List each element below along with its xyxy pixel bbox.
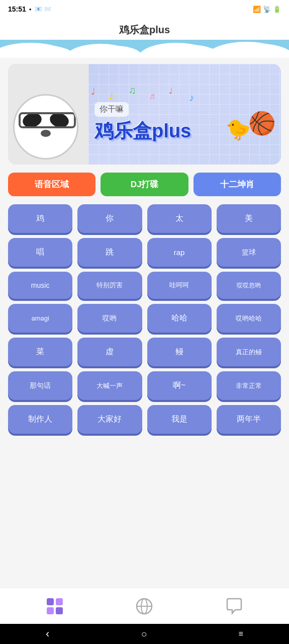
svg-rect-16 bbox=[56, 607, 63, 614]
status-icons: 📧 📨 bbox=[35, 6, 51, 13]
svg-rect-15 bbox=[47, 607, 54, 614]
sound-btn-20[interactable]: 那句话 bbox=[8, 371, 72, 400]
status-right-icons: 📶 📡 🔋 bbox=[253, 6, 281, 13]
status-dot: ● bbox=[29, 7, 32, 12]
banner-text-area: ♩ ♪ ♫ ♬ ♩ ♪ 你干嘛 鸡乐盒plus 🐤 🏀 bbox=[88, 82, 281, 147]
android-nav-bar: ‹ ○ ≡ bbox=[0, 624, 289, 644]
note-3: ♫ bbox=[129, 85, 136, 96]
panda-glasses bbox=[19, 112, 76, 128]
sound-btn-25[interactable]: 大家好 bbox=[77, 405, 142, 434]
sound-btn-2[interactable]: 太 bbox=[147, 204, 212, 233]
sound-buttons-grid: 鸡 你 太 美 唱 跳 rap 篮球 music 特别厉害 哇呵呵 哎哎忽哟 a… bbox=[8, 204, 281, 434]
banner-chick-icon: 🐤 bbox=[226, 118, 251, 141]
sound-btn-18[interactable]: 鳗 bbox=[147, 338, 212, 366]
sound-btn-16[interactable]: 菜 bbox=[8, 338, 72, 366]
sound-btn-9[interactable]: 特别厉害 bbox=[77, 272, 142, 299]
sound-btn-23[interactable]: 非常正常 bbox=[217, 371, 281, 400]
sound-btn-21[interactable]: 大喊一声 bbox=[77, 371, 142, 400]
svg-rect-14 bbox=[56, 598, 63, 605]
note-6: ♪ bbox=[189, 92, 194, 104]
status-time-area: 15:51 ● 📧 📨 bbox=[8, 5, 51, 13]
sound-btn-24[interactable]: 制作人 bbox=[8, 405, 72, 434]
sound-btn-6[interactable]: rap bbox=[147, 238, 212, 267]
category-buttons: 语音区域 DJ打碟 十二坤肖 bbox=[8, 173, 281, 196]
sound-btn-7[interactable]: 篮球 bbox=[217, 238, 281, 267]
svg-rect-13 bbox=[47, 598, 54, 605]
cloud-decoration bbox=[0, 40, 289, 58]
main-content: ♩ ♪ ♫ ♬ ♩ ♪ 你干嘛 鸡乐盒plus 🐤 🏀 语音区域 DJ打碟 十二… bbox=[0, 58, 289, 644]
signal-icon: 📶 bbox=[253, 6, 261, 13]
sound-btn-19[interactable]: 真正的鳗 bbox=[217, 338, 281, 366]
panda-face bbox=[13, 94, 78, 159]
sound-btn-13[interactable]: 哎哟 bbox=[77, 304, 142, 333]
zodiac-button[interactable]: 十二坤肖 bbox=[194, 173, 281, 196]
sound-btn-4[interactable]: 唱 bbox=[8, 238, 72, 267]
dj-button[interactable]: DJ打碟 bbox=[101, 173, 188, 196]
app-title: 鸡乐盒plus bbox=[119, 24, 170, 35]
sound-btn-0[interactable]: 鸡 bbox=[8, 204, 72, 233]
android-home-btn[interactable]: ○ bbox=[131, 626, 157, 642]
time-display: 15:51 bbox=[8, 5, 26, 13]
bottom-nav bbox=[0, 588, 289, 624]
banner-panda bbox=[8, 64, 88, 165]
discover-nav-icon bbox=[135, 597, 153, 615]
android-back-btn[interactable]: ‹ bbox=[36, 625, 59, 642]
sound-btn-11[interactable]: 哎哎忽哟 bbox=[217, 272, 281, 299]
sound-btn-27[interactable]: 两年半 bbox=[217, 405, 281, 434]
banner-basketball-icon: 🏀 bbox=[248, 110, 276, 136]
sound-btn-5[interactable]: 跳 bbox=[77, 238, 142, 267]
banner-subtitle: 你干嘛 bbox=[100, 105, 124, 113]
panda-nose bbox=[41, 130, 51, 137]
wifi-icon: 📡 bbox=[263, 6, 271, 13]
sound-btn-1[interactable]: 你 bbox=[77, 204, 142, 233]
nav-home[interactable] bbox=[36, 593, 74, 619]
home-nav-icon bbox=[46, 597, 64, 615]
clouds-svg bbox=[0, 40, 289, 58]
sound-btn-26[interactable]: 我是 bbox=[147, 405, 212, 434]
battery-icon: 🔋 bbox=[273, 6, 281, 13]
note-5: ♩ bbox=[169, 86, 173, 96]
message-nav-icon bbox=[225, 597, 243, 615]
note-4: ♬ bbox=[149, 91, 156, 102]
sound-btn-17[interactable]: 虚 bbox=[77, 338, 142, 366]
nav-discover[interactable] bbox=[125, 593, 163, 619]
sound-btn-22[interactable]: 啊~ bbox=[147, 371, 212, 400]
android-menu-btn[interactable]: ≡ bbox=[229, 627, 253, 640]
sound-btn-14[interactable]: 哈哈 bbox=[147, 304, 212, 333]
sound-btn-15[interactable]: 哎哟哈哈 bbox=[217, 304, 281, 333]
note-1: ♩ bbox=[91, 86, 95, 97]
sound-btn-10[interactable]: 哇呵呵 bbox=[147, 272, 212, 299]
sound-btn-3[interactable]: 美 bbox=[217, 204, 281, 233]
sound-btn-12[interactable]: amagi bbox=[8, 304, 72, 333]
nav-message[interactable] bbox=[215, 593, 253, 619]
banner: ♩ ♪ ♫ ♬ ♩ ♪ 你干嘛 鸡乐盒plus 🐤 🏀 bbox=[8, 64, 281, 165]
note-2: ♪ bbox=[109, 90, 114, 103]
status-bar: 15:51 ● 📧 📨 📶 📡 🔋 bbox=[0, 0, 289, 18]
app-header: 鸡乐盒plus bbox=[0, 18, 289, 40]
voice-zone-button[interactable]: 语音区域 bbox=[8, 173, 95, 196]
sound-btn-8[interactable]: music bbox=[8, 272, 72, 299]
banner-subtitle-box: 你干嘛 bbox=[94, 102, 129, 117]
